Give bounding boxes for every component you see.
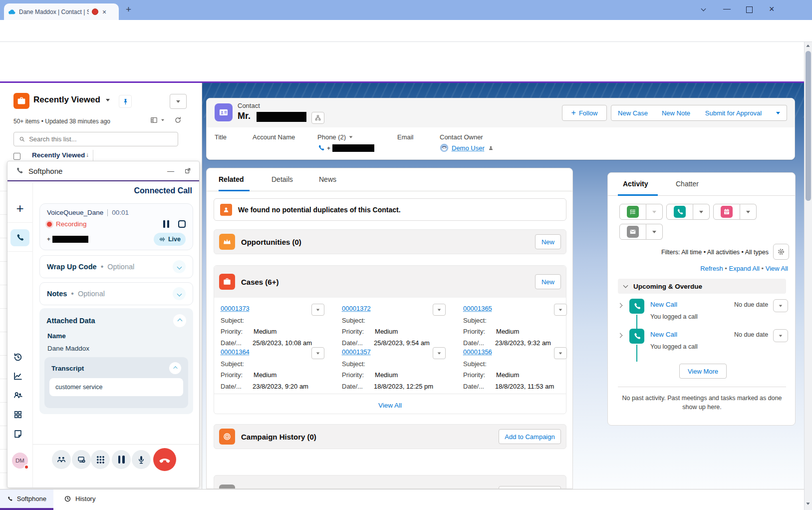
timeline-expand-icon[interactable] xyxy=(618,333,623,338)
tab-activity[interactable]: Activity xyxy=(623,180,648,188)
email-dropdown[interactable] xyxy=(646,224,663,240)
add-to-campaign-button[interactable]: Add to Campaign xyxy=(499,429,561,444)
phone-value[interactable]: + xyxy=(317,144,374,152)
view-more-button[interactable]: View More xyxy=(679,364,727,379)
browser-tab[interactable]: Dane Maddox | Contact | Sal × xyxy=(4,3,119,20)
activity-item-actions[interactable] xyxy=(773,299,788,312)
row-checkbox[interactable] xyxy=(13,153,20,160)
utility-softphone-tab[interactable]: Softphone xyxy=(0,490,53,508)
dialpad-button[interactable] xyxy=(91,450,110,469)
case-row-actions[interactable] xyxy=(311,347,324,359)
minimize-icon[interactable]: — xyxy=(167,167,174,175)
case-number-link[interactable]: 00001357 xyxy=(342,348,371,356)
new-case-related-button[interactable]: New xyxy=(535,274,561,289)
attached-collapse-chevron-icon[interactable] xyxy=(173,314,186,327)
new-event-dropdown[interactable] xyxy=(740,204,757,220)
campaign-title[interactable]: Campaign History (0) xyxy=(241,433,316,441)
list-search-input[interactable] xyxy=(29,135,173,143)
refresh-link[interactable]: Refresh xyxy=(700,265,723,272)
transfer-call-button[interactable] xyxy=(52,450,71,469)
filters-gear-button[interactable] xyxy=(773,244,789,260)
follow-button[interactable]: +Follow xyxy=(562,105,607,121)
cases-title[interactable]: Cases (6+) xyxy=(241,278,278,286)
opportunities-title[interactable]: Opportunities (0) xyxy=(241,238,301,246)
owner-value[interactable]: Demo User xyxy=(440,143,494,152)
tab-close-icon[interactable]: × xyxy=(102,8,106,16)
tab-related[interactable]: Related xyxy=(219,175,244,183)
timeline-expand-icon[interactable] xyxy=(618,303,623,308)
performance-chart-icon[interactable] xyxy=(12,371,23,382)
new-opportunity-button[interactable]: New xyxy=(535,234,561,249)
notes-expand-chevron-icon[interactable] xyxy=(173,287,186,300)
end-call-button[interactable] xyxy=(153,448,176,471)
scroll-up-arrow[interactable] xyxy=(806,44,810,47)
activity-item-title[interactable]: New Call xyxy=(650,331,677,338)
window-minimize-icon[interactable]: — xyxy=(723,4,731,12)
case-row-actions[interactable] xyxy=(554,347,567,359)
stop-recording-icon[interactable] xyxy=(178,220,186,228)
active-call-tab[interactable] xyxy=(10,229,29,246)
case-number-link[interactable]: 00001364 xyxy=(221,348,250,356)
new-task-button[interactable] xyxy=(619,204,646,220)
wrapup-section[interactable]: Wrap Up Code • Optional xyxy=(39,255,193,278)
list-view-title[interactable]: Recently Viewed xyxy=(33,95,100,105)
view-all-link[interactable]: View All xyxy=(766,265,788,272)
case-row-actions[interactable] xyxy=(433,347,446,359)
new-task-dropdown[interactable] xyxy=(646,204,663,220)
wrapup-expand-chevron-icon[interactable] xyxy=(173,260,186,273)
owner-link[interactable]: Demo User xyxy=(452,144,485,152)
case-number-link[interactable]: 00001372 xyxy=(342,305,371,312)
tab-search-chevron-icon[interactable] xyxy=(701,6,706,11)
agent-avatar[interactable]: DM xyxy=(12,453,28,469)
add-call-button[interactable]: + xyxy=(11,200,28,217)
hold-call-button[interactable] xyxy=(112,450,131,469)
window-close-icon[interactable]: × xyxy=(769,4,775,14)
more-actions-dropdown[interactable] xyxy=(769,105,787,121)
new-note-button[interactable]: New Note xyxy=(654,105,698,121)
tab-chatter[interactable]: Chatter xyxy=(676,180,699,188)
list-column-header[interactable]: Recently Viewed xyxy=(32,151,85,159)
section-chevron-icon[interactable] xyxy=(623,283,628,288)
field-phone-label[interactable]: Phone (2) xyxy=(317,133,353,141)
new-case-button[interactable]: New Case xyxy=(611,105,655,121)
mute-mic-button[interactable] xyxy=(132,450,151,469)
case-row-actions[interactable] xyxy=(554,304,567,316)
case-row-actions[interactable] xyxy=(311,304,324,316)
tab-news[interactable]: News xyxy=(319,175,336,183)
activity-item-actions[interactable] xyxy=(773,329,788,342)
apps-grid-icon[interactable] xyxy=(13,410,23,420)
transcript-collapse-chevron-icon[interactable] xyxy=(169,362,181,374)
refresh-list-icon[interactable] xyxy=(174,116,182,124)
agents-icon[interactable] xyxy=(12,390,23,401)
change-owner-icon[interactable] xyxy=(488,145,494,151)
hierarchy-button[interactable] xyxy=(311,112,324,124)
page-scrollbar[interactable] xyxy=(804,42,812,510)
swap-device-button[interactable] xyxy=(72,450,91,469)
new-tab-button[interactable]: + xyxy=(126,4,131,15)
expand-all-link[interactable]: Expand All xyxy=(729,265,759,272)
window-maximize-icon[interactable] xyxy=(746,6,753,13)
notes-pad-icon[interactable] xyxy=(12,429,23,440)
upcoming-overdue-header[interactable]: Upcoming & Overdue xyxy=(618,279,786,294)
live-chip[interactable]: Live xyxy=(154,233,186,246)
new-event-button[interactable] xyxy=(713,204,740,220)
pin-button[interactable] xyxy=(119,95,132,108)
display-as-icon[interactable] xyxy=(150,116,158,124)
case-row-actions[interactable] xyxy=(433,304,446,316)
case-number-link[interactable]: 00001373 xyxy=(221,305,250,312)
log-call-button[interactable] xyxy=(666,204,693,220)
log-call-dropdown[interactable] xyxy=(693,204,710,220)
list-view-chevron-icon[interactable] xyxy=(106,99,110,101)
pause-recording-icon[interactable] xyxy=(163,220,169,228)
activity-item-title[interactable]: New Call xyxy=(650,301,677,308)
case-number-link[interactable]: 00001365 xyxy=(463,305,492,312)
scrollbar-thumb[interactable] xyxy=(806,51,811,201)
list-actions-dropdown[interactable] xyxy=(170,94,187,109)
notes-section[interactable]: Notes • Optional xyxy=(39,282,193,305)
list-search[interactable] xyxy=(13,132,178,146)
activity-filters[interactable]: Filters: All time • All activities • All… xyxy=(608,249,769,256)
phone-dropdown-icon[interactable] xyxy=(349,136,353,138)
popout-icon[interactable] xyxy=(184,167,191,174)
display-as-chevron-icon[interactable] xyxy=(161,119,164,121)
utility-history-tab[interactable]: History xyxy=(59,490,100,508)
